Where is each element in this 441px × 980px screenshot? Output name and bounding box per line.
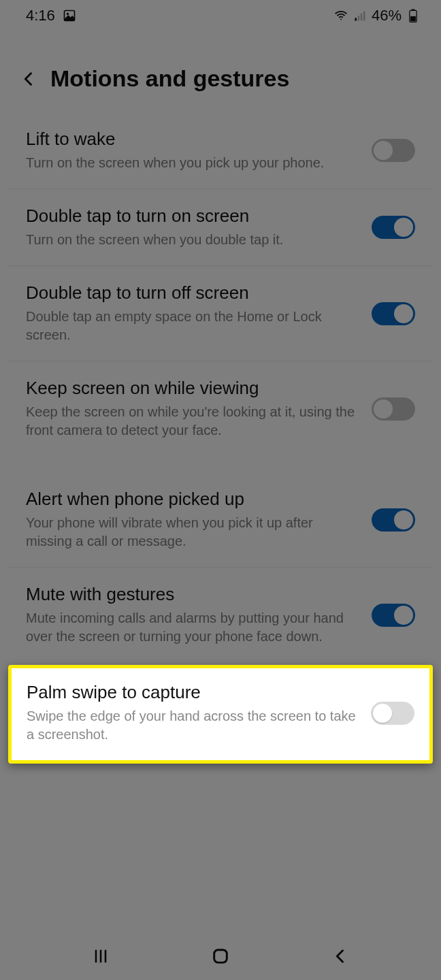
setting-title: Mute with gestures [26,584,358,605]
setting-title: Double tap to turn on screen [26,206,358,227]
toggle-switch[interactable] [371,702,414,725]
settings-group-2: Alert when phone picked up Your phone wi… [8,472,433,662]
page-title: Motions and gestures [50,65,289,92]
svg-point-2 [340,19,342,20]
setting-title: Keep screen on while viewing [26,378,358,399]
svg-rect-4 [358,16,360,21]
toggle-switch[interactable] [372,302,415,325]
toggle-switch[interactable] [372,139,415,162]
svg-rect-13 [214,950,227,963]
setting-description: Swipe the edge of your hand across the s… [27,707,357,744]
battery-text: 46% [372,7,402,24]
setting-title: Double tap to turn off screen [26,282,358,304]
setting-double-tap-off[interactable]: Double tap to turn off screen Double tap… [8,265,433,361]
setting-mute-gestures[interactable]: Mute with gestures Mute incoming calls a… [8,567,433,662]
setting-description: Turn on the screen when you double tap i… [26,231,358,249]
wifi-icon [333,8,348,23]
setting-description: Your phone will vibrate when you pick it… [26,514,358,551]
status-time: 4:16 [26,7,55,24]
settings-group-1: Lift to wake Turn on the screen when you… [8,112,433,456]
setting-description: Mute incoming calls and alarms by puttin… [26,609,358,646]
setting-title: Palm swipe to capture [27,682,357,703]
toggle-switch[interactable] [372,604,415,627]
svg-rect-6 [363,11,365,20]
setting-alert-picked-up[interactable]: Alert when phone picked up Your phone wi… [8,472,433,567]
toggle-switch[interactable] [372,216,415,239]
setting-title: Alert when phone picked up [26,489,358,510]
setting-description: Turn on the screen when you pick up your… [26,154,358,172]
setting-description: Keep the screen on while you're looking … [26,403,358,440]
svg-rect-8 [411,10,414,11]
setting-palm-swipe-highlighted[interactable]: Palm swipe to capture Swipe the edge of … [8,665,433,764]
page-header: Motions and gestures [0,31,441,112]
toggle-switch[interactable] [372,397,415,421]
svg-point-1 [67,13,69,15]
back-icon[interactable] [19,69,38,88]
setting-keep-screen-on[interactable]: Keep screen on while viewing Keep the sc… [8,361,433,456]
signal-icon [353,8,368,23]
toggle-switch[interactable] [372,508,415,532]
nav-back-button[interactable] [327,943,354,970]
setting-lift-to-wake[interactable]: Lift to wake Turn on the screen when you… [8,112,433,189]
svg-rect-3 [355,18,357,20]
navigation-bar [0,932,441,980]
setting-description: Double tap an empty space on the Home or… [26,308,358,344]
recents-button[interactable] [87,943,114,970]
setting-title: Lift to wake [26,129,358,150]
svg-rect-9 [410,16,416,21]
image-icon [62,8,77,23]
setting-double-tap-on[interactable]: Double tap to turn on screen Turn on the… [8,189,433,265]
home-button[interactable] [207,943,234,970]
svg-rect-5 [361,14,363,21]
battery-icon [406,8,421,23]
status-bar: 4:16 46% [0,0,441,31]
